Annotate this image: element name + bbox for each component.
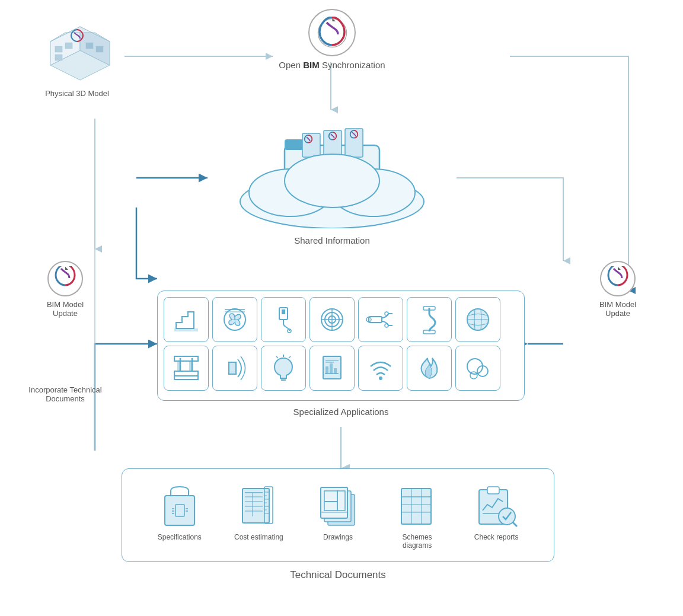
tech-doc-check-reports: Check reports bbox=[464, 481, 529, 541]
app-bubbles bbox=[455, 346, 500, 391]
incorporate-label: Incorporate Technical Documents bbox=[24, 385, 107, 403]
shared-info-label: Shared Information bbox=[208, 235, 457, 245]
check-reports-icon bbox=[464, 481, 529, 528]
bim-update-left-label: BIM ModelUpdate bbox=[33, 300, 98, 318]
app-fire bbox=[407, 346, 452, 391]
svg-rect-57 bbox=[334, 368, 337, 374]
apps-row-2 bbox=[164, 346, 518, 391]
tech-doc-specifications: Specifications bbox=[147, 481, 212, 541]
app-pipes2 bbox=[358, 297, 403, 342]
cost-estimating-label: Cost estimating bbox=[226, 533, 291, 541]
svg-line-53 bbox=[289, 356, 291, 358]
bim-sync-label: Open BIM Synchronization bbox=[273, 60, 391, 70]
app-lighting bbox=[261, 346, 306, 391]
drawings-icon bbox=[305, 481, 371, 528]
app-architecture bbox=[164, 297, 209, 342]
tech-docs-title: Technical Documents bbox=[122, 569, 554, 581]
bim-sync-section: Open BIM Synchronization bbox=[273, 9, 391, 70]
svg-point-61 bbox=[379, 376, 382, 380]
bim-update-right-label: BIM ModelUpdate bbox=[585, 300, 650, 318]
apps-row-1 bbox=[164, 297, 518, 342]
apps-grid bbox=[157, 291, 525, 401]
svg-rect-6 bbox=[86, 43, 93, 49]
svg-rect-47 bbox=[189, 361, 192, 371]
app-hvac bbox=[212, 297, 257, 342]
svg-rect-46 bbox=[177, 361, 180, 371]
specifications-icon bbox=[147, 481, 212, 528]
svg-rect-48 bbox=[229, 362, 236, 374]
schemes-label: Schemesdiagrams bbox=[385, 533, 450, 550]
svg-line-52 bbox=[276, 356, 278, 358]
cloud-icon: BIMserver.center bbox=[213, 110, 451, 228]
svg-rect-45 bbox=[174, 356, 198, 361]
bim-sync-icon bbox=[308, 9, 356, 56]
app-documentation bbox=[309, 346, 355, 391]
svg-rect-4 bbox=[65, 43, 72, 49]
cost-estimating-icon bbox=[226, 481, 291, 528]
svg-rect-5 bbox=[55, 55, 62, 60]
svg-rect-42 bbox=[174, 376, 198, 379]
specialized-apps-section: Specialized Applications bbox=[157, 291, 525, 417]
app-geospatial bbox=[455, 297, 500, 342]
svg-rect-55 bbox=[325, 366, 328, 374]
svg-rect-41 bbox=[174, 371, 198, 376]
bim-update-left: BIM ModelUpdate bbox=[33, 261, 98, 318]
tech-doc-drawings: Drawings bbox=[305, 481, 371, 541]
tech-doc-schemes: Schemesdiagrams bbox=[385, 481, 450, 550]
drawings-label: Drawings bbox=[305, 533, 371, 541]
svg-rect-14 bbox=[345, 129, 363, 157]
svg-line-104 bbox=[513, 522, 517, 526]
app-wifi bbox=[358, 346, 403, 391]
svg-rect-72 bbox=[242, 489, 269, 523]
specifications-label: Specifications bbox=[147, 533, 212, 541]
svg-rect-101 bbox=[487, 487, 499, 494]
svg-rect-7 bbox=[96, 46, 103, 52]
app-structure bbox=[164, 346, 209, 391]
schemes-icon bbox=[385, 481, 450, 528]
check-reports-label: Check reports bbox=[464, 533, 529, 541]
svg-rect-65 bbox=[165, 496, 194, 525]
specialized-apps-label: Specialized Applications bbox=[157, 407, 525, 417]
tech-docs-border: Specifications bbox=[122, 468, 554, 562]
tech-doc-cost: Cost estimating bbox=[226, 481, 291, 541]
tech-docs-section: Specifications bbox=[122, 468, 554, 581]
svg-rect-20 bbox=[174, 328, 198, 331]
svg-rect-26 bbox=[282, 309, 283, 314]
bim-update-right-icon bbox=[600, 261, 636, 296]
bim-update-left-icon bbox=[47, 261, 83, 296]
svg-rect-13 bbox=[324, 130, 342, 157]
app-drainage bbox=[407, 297, 452, 342]
app-acoustics bbox=[212, 346, 257, 391]
building-icon bbox=[33, 18, 122, 83]
shared-info-section: BIMserver.center Shared Information bbox=[208, 110, 457, 245]
svg-point-103 bbox=[499, 508, 515, 525]
bim-update-right: BIM ModelUpdate bbox=[585, 261, 650, 318]
svg-rect-56 bbox=[330, 363, 333, 374]
svg-rect-3 bbox=[55, 46, 62, 52]
diagram-container: Physical 3D Model Open BIM Synchronizati… bbox=[0, 0, 683, 616]
svg-rect-27 bbox=[283, 309, 285, 314]
svg-point-64 bbox=[470, 372, 477, 379]
app-piping bbox=[309, 297, 355, 342]
svg-rect-94 bbox=[401, 489, 431, 524]
app-plumbing bbox=[261, 297, 306, 342]
physical-model-section: Physical 3D Model bbox=[30, 18, 125, 98]
svg-point-19 bbox=[285, 154, 379, 208]
physical-model-label: Physical 3D Model bbox=[30, 89, 125, 98]
